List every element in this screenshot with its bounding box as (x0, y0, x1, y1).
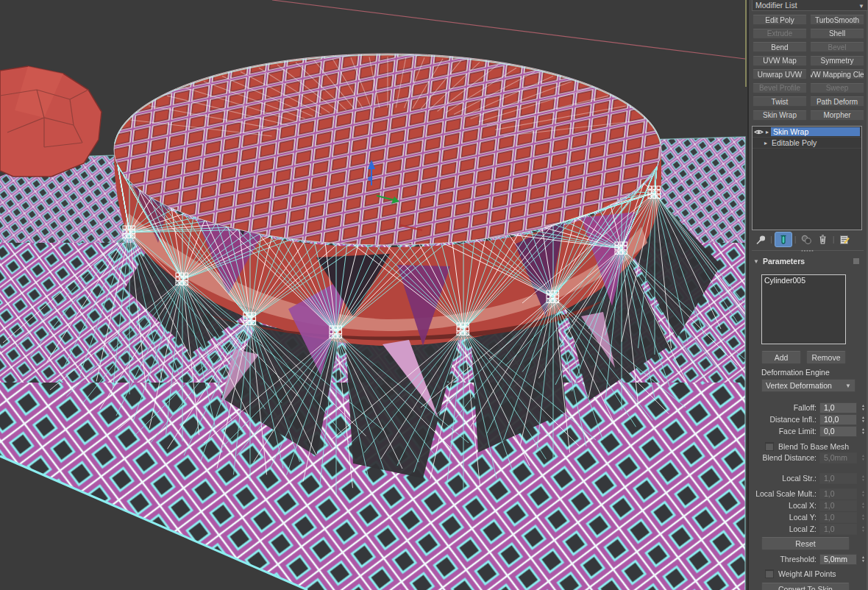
rollout-pin-box (853, 258, 859, 264)
command-panel: Modifier List ▼ Edit Poly TurboSmooth Ex… (747, 0, 868, 590)
distance-infl-spinner[interactable]: ▲▼ (858, 415, 868, 424)
add-remove-row: Add Remove (761, 351, 846, 364)
local-x-row: Local X: 1,0 ▲▼ (749, 500, 868, 511)
viewport-3d[interactable] (0, 0, 747, 590)
remove-modifier-icon[interactable] (816, 232, 830, 246)
local-z-label: Local Z: (749, 525, 819, 533)
threshold-spinner[interactable]: ▲▼ (858, 555, 868, 564)
local-z-spinner[interactable]: ▲▼ (858, 525, 868, 534)
parameters-title: Parameters (763, 257, 805, 266)
make-unique-icon[interactable] (799, 232, 814, 246)
local-y-spinner[interactable]: ▲▼ (858, 513, 868, 522)
eye-icon[interactable] (754, 129, 764, 135)
local-str-input[interactable]: 1,0 (819, 473, 857, 484)
local-str-label: Local Str.: (749, 474, 819, 483)
threshold-label: Threshold: (749, 555, 819, 564)
stack-item-label: Skin Wrap (771, 127, 860, 136)
modifier-button-twist[interactable]: Twist (753, 96, 807, 107)
dropdown-arrow-icon: ▼ (845, 383, 851, 389)
falloff-label: Falloff: (749, 403, 819, 412)
local-x-spinner[interactable]: ▲▼ (858, 501, 868, 511)
threshold-row: Threshold: 5,0mm ▲▼ (749, 554, 868, 564)
stack-item-skin-wrap[interactable]: ▸ Skin Wrap (753, 127, 861, 138)
modifier-button-edit-poly[interactable]: Edit Poly (753, 15, 807, 25)
pin-stack-icon[interactable] (753, 232, 768, 246)
stack-toolbar: | | | (753, 232, 864, 246)
stack-item-label: Editable Poly (769, 138, 819, 147)
face-limit-label: Face Limit: (749, 427, 819, 436)
falloff-input[interactable]: 1,0 (819, 402, 857, 413)
blend-distance-spinner[interactable]: ▲▼ (858, 453, 868, 463)
local-y-label: Local Y: (749, 513, 819, 522)
blend-to-base-mesh-checkbox[interactable] (765, 442, 774, 451)
local-scale-mult-row: Local Scale Mult.: 1,0 ▲▼ (749, 488, 868, 499)
show-end-result-icon[interactable] (775, 232, 792, 247)
rollout-collapse-icon[interactable]: ▼ (753, 258, 759, 265)
modifier-button-uvw-map[interactable]: UVW Map (753, 56, 807, 66)
local-y-input[interactable]: 1,0 (819, 512, 857, 523)
blend-distance-label: Blend Distance: (749, 453, 819, 462)
local-x-label: Local X: (749, 501, 819, 510)
blend-distance-input[interactable]: 5,0mm (819, 452, 857, 463)
local-y-row: Local Y: 1,0 ▲▼ (749, 512, 868, 522)
modifier-button-extrude[interactable]: Extrude (753, 29, 807, 39)
convert-to-skin-button[interactable]: Convert To Skin (761, 583, 850, 590)
modifier-button-path-deform[interactable]: Path Deform (810, 96, 864, 107)
modifier-button-unwrap-uvw[interactable]: Unwrap UVW (753, 69, 807, 79)
modifier-button-symmetry[interactable]: Symmetry (810, 56, 864, 66)
toolbar-separator: | (833, 235, 835, 243)
weight-all-points-checkbox[interactable] (765, 569, 774, 578)
threshold-input[interactable]: 5,0mm (819, 554, 857, 565)
blend-to-base-mesh-label: Blend To Base Mesh (778, 442, 849, 451)
expand-arrow-icon[interactable]: ▸ (764, 140, 767, 146)
modifier-button-bevel-profile[interactable]: Bevel Profile (753, 83, 807, 93)
configure-modifier-sets-icon[interactable] (837, 232, 852, 246)
modifier-button-sweep[interactable]: Sweep (810, 83, 864, 93)
deformation-engine-dropdown[interactable]: Vertex Deformation ▼ (761, 379, 855, 392)
list-item-cylinder005[interactable]: Cylinder005 (762, 276, 845, 285)
distance-infl-row: Distance Infl.: 10,0 ▲▼ (749, 414, 868, 424)
dropdown-arrow-icon: ▼ (858, 3, 864, 10)
modifier-button-turbosmooth[interactable]: TurboSmooth (810, 15, 864, 25)
toolbar-separator: | (770, 235, 772, 243)
modifier-button-grid: Edit Poly TurboSmooth Extrude Shell Bend… (753, 15, 865, 121)
local-scale-mult-spinner[interactable]: ▲▼ (858, 489, 868, 499)
reset-button[interactable]: Reset (761, 537, 850, 550)
modifier-button-bevel[interactable]: Bevel (810, 42, 864, 52)
face-limit-input[interactable]: 0,0 (819, 426, 857, 437)
local-scale-mult-input[interactable]: 1,0 (819, 488, 857, 500)
distance-infl-input[interactable]: 10,0 (819, 414, 857, 425)
modifier-button-skin-wrap[interactable]: Skin Wrap (753, 110, 807, 121)
local-z-input[interactable]: 1,0 (819, 524, 857, 535)
falloff-spinner[interactable]: ▲▼ (858, 403, 868, 413)
modifier-button-bend[interactable]: Bend (753, 42, 807, 52)
face-limit-row: Face Limit: 0,0 ▲▼ (749, 426, 868, 436)
toolbar-separator: | (794, 235, 797, 243)
modifier-button-morpher[interactable]: Morpher (810, 110, 864, 121)
weight-all-points-row: Weight All Points (765, 569, 836, 578)
modifier-button-shell[interactable]: Shell (810, 29, 864, 39)
skinwrap-object-list[interactable]: Cylinder005 (761, 274, 846, 344)
deformation-engine-label: Deformation Engine (761, 368, 830, 377)
parameters-rollout-header[interactable]: ▼ Parameters (753, 257, 864, 266)
modifier-button-uvw-mapping-clear[interactable]: UVW Mapping Clear (810, 69, 864, 79)
weight-all-points-label: Weight All Points (778, 569, 836, 578)
add-button[interactable]: Add (761, 351, 801, 364)
local-x-input[interactable]: 1,0 (819, 500, 857, 511)
blend-to-base-mesh-row: Blend To Base Mesh (765, 441, 849, 451)
local-z-row: Local Z: 1,0 ▲▼ (749, 524, 868, 534)
local-scale-mult-label: Local Scale Mult.: (749, 489, 819, 498)
remove-button[interactable]: Remove (806, 351, 846, 364)
distance-infl-label: Distance Infl.: (749, 415, 819, 424)
local-str-row: Local Str.: 1,0 ▲▼ (749, 473, 868, 483)
face-limit-spinner[interactable]: ▲▼ (858, 427, 868, 436)
falloff-row: Falloff: 1,0 ▲▼ (749, 402, 868, 413)
deformation-engine-value: Vertex Deformation (766, 381, 832, 390)
modifier-stack: ▸ Skin Wrap ▸ Editable Poly (752, 126, 862, 230)
local-str-spinner[interactable]: ▲▼ (858, 474, 868, 483)
expand-arrow-icon[interactable]: ▸ (766, 129, 769, 135)
3dsmax-window: Modifier List ▼ Edit Poly TurboSmooth Ex… (0, 0, 868, 590)
blend-distance-row: Blend Distance: 5,0mm ▲▼ (749, 452, 868, 463)
stack-item-editable-poly[interactable]: ▸ Editable Poly (753, 138, 861, 149)
modifier-list-dropdown[interactable]: Modifier List ▼ (752, 0, 868, 11)
